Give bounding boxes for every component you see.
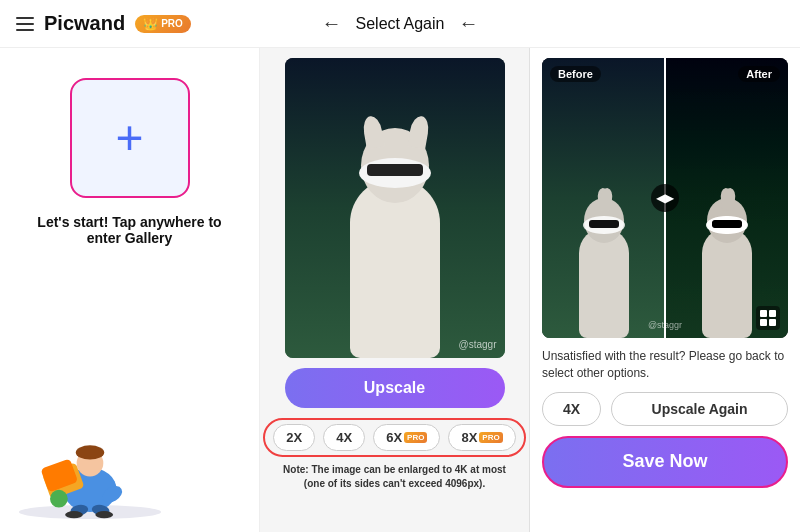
main: + Let's start! Tap anywhere to enter Gal…: [0, 48, 800, 532]
menu-icon[interactable]: [16, 17, 34, 31]
svg-point-3: [76, 445, 104, 459]
scale-8x-button[interactable]: 8XPRO: [448, 424, 515, 451]
compare-handle[interactable]: ◀▶: [651, 184, 679, 212]
scale-2x-button[interactable]: 2X: [273, 424, 315, 451]
result-text: Unsatisfied with the result? Please go b…: [542, 348, 788, 382]
scale-4x-button[interactable]: 4X: [323, 424, 365, 451]
upload-box[interactable]: +: [70, 78, 190, 198]
svg-point-9: [65, 511, 83, 518]
right-watermark: @staggr: [648, 320, 682, 330]
note-text: Note: The image can be enlarged to 4K at…: [270, 463, 519, 491]
left-panel: + Let's start! Tap anywhere to enter Gal…: [0, 48, 260, 532]
middle-panel: @staggr Upscale 2X 4X 6XPRO 8XPRO Note: …: [260, 48, 530, 532]
note-body: The image can be enlarged to 4K at most …: [304, 464, 506, 489]
illustration: [10, 422, 170, 522]
action-row: 4X Upscale Again: [542, 392, 788, 426]
forward-button[interactable]: ←: [458, 12, 478, 35]
svg-point-11: [50, 490, 68, 508]
image-preview: @staggr: [285, 58, 505, 358]
gallery-prompt[interactable]: Let's start! Tap anywhere to enter Galle…: [20, 214, 239, 246]
back-button[interactable]: ←: [322, 12, 342, 35]
right-panel: Before After ◀▶ @staggr Unsatisfied with…: [530, 48, 800, 532]
grid-icon[interactable]: [756, 306, 780, 330]
after-label: After: [738, 66, 780, 82]
header-title: Select Again: [356, 15, 445, 33]
scale-6x-button[interactable]: 6XPRO: [373, 424, 440, 451]
svg-point-10: [95, 511, 113, 518]
compare-after: [665, 58, 788, 338]
upscale-again-button[interactable]: Upscale Again: [611, 392, 788, 426]
scale-4x-right-button[interactable]: 4X: [542, 392, 601, 426]
logo: Picwand: [44, 12, 125, 35]
header-left: Picwand 👑 PRO: [16, 12, 236, 35]
scale-options: 2X 4X 6XPRO 8XPRO: [263, 418, 525, 457]
header-center: ← Select Again ←: [236, 12, 564, 35]
before-label: Before: [550, 66, 601, 82]
note-prefix: Note:: [283, 464, 309, 475]
compare-container: Before After ◀▶ @staggr: [542, 58, 788, 338]
plus-icon: +: [115, 114, 143, 162]
middle-watermark: @staggr: [459, 339, 497, 350]
compare-before: [542, 58, 665, 338]
header: Picwand 👑 PRO ← Select Again ←: [0, 0, 800, 48]
save-now-button[interactable]: Save Now: [542, 436, 788, 488]
upscale-button[interactable]: Upscale: [285, 368, 505, 408]
pro-badge: 👑 PRO: [135, 15, 191, 33]
